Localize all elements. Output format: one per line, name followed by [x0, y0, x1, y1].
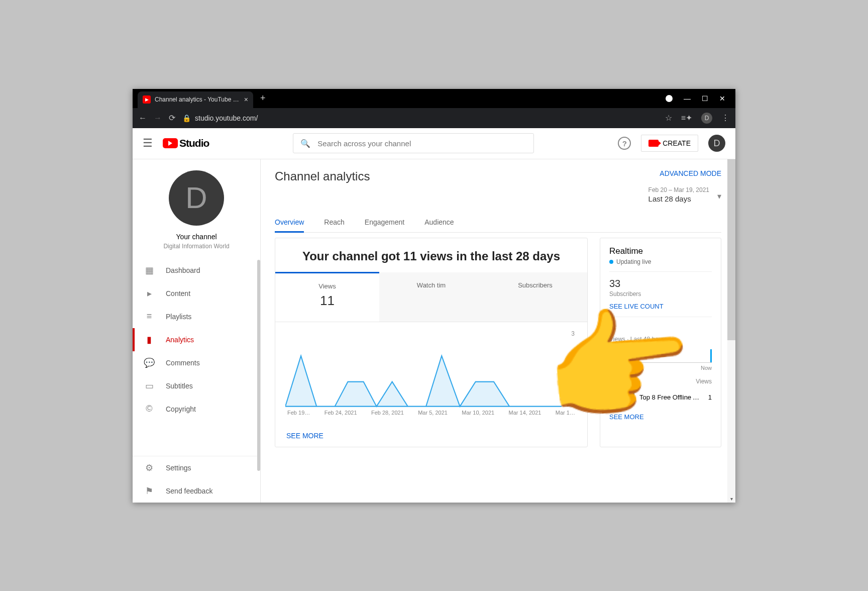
reload-icon[interactable]: ⟳ — [169, 113, 175, 123]
sidebar-item-label: Settings — [166, 464, 191, 472]
advanced-mode-link[interactable]: ADVANCED MODE — [660, 169, 721, 177]
app: ☰ Studio 🔍 ? CREATE D D Your channel — [133, 128, 735, 503]
subscriber-count: 33 — [609, 278, 712, 289]
main-content: Channel analytics ADVANCED MODE Feb 20 –… — [261, 159, 735, 503]
page-title: Channel analytics — [275, 169, 370, 183]
sidebar-item-playlists[interactable]: ≡Playlists — [133, 305, 260, 328]
dashboard-icon: ▦ — [144, 265, 155, 276]
metric-tab-views[interactable]: Views 11 — [275, 272, 379, 322]
headline-text: Your channel got 11 views in the last 28… — [275, 238, 587, 272]
account-avatar[interactable]: D — [708, 135, 725, 152]
svg-text:3: 3 — [571, 330, 575, 337]
chart-x-axis: Feb 19… Feb 24, 2021 Feb 28, 2021 Mar 5,… — [285, 410, 577, 416]
window-controls: — ☐ ✕ — [666, 89, 735, 108]
your-channel-label: Your channel — [176, 233, 216, 241]
sidebar-item-content[interactable]: ▸Content — [133, 282, 260, 305]
create-button[interactable]: CREATE — [641, 135, 698, 152]
studio-logo[interactable]: Studio — [163, 137, 209, 149]
app-header: ☰ Studio 🔍 ? CREATE D — [133, 128, 735, 159]
forward-icon[interactable]: → — [154, 114, 162, 123]
realtime-sparkline — [609, 347, 712, 363]
new-tab-button[interactable]: + — [260, 93, 266, 104]
maximize-icon[interactable]: ☐ — [702, 94, 708, 103]
live-dot-icon — [609, 260, 613, 264]
chevron-down-icon: ▾ — [717, 191, 721, 201]
subtitles-icon: ▭ — [144, 380, 155, 391]
video-views: 1 — [708, 393, 712, 401]
tab-overview[interactable]: Overview — [275, 213, 304, 233]
views-chart: 3 2 1 0 Feb 19… Feb 24, 2021 Feb 28, 202… — [275, 322, 587, 425]
sidebar-item-analytics[interactable]: ▮Analytics — [133, 328, 260, 351]
address-bar: ← → ⟳ 🔒 studio.youtube.com/ ☆ ≡✦ D ⋮ — [133, 108, 735, 128]
sidebar-item-copyright[interactable]: ©Copyright — [133, 398, 260, 421]
sidebar-item-settings[interactable]: ⚙Settings — [133, 456, 260, 479]
tab-engagement[interactable]: Engagement — [365, 213, 404, 232]
close-window-icon[interactable]: ✕ — [719, 94, 725, 103]
sidebar-item-label: Content — [166, 289, 190, 298]
channel-avatar[interactable]: D — [169, 170, 224, 226]
back-icon[interactable]: ← — [139, 114, 147, 123]
tab-reach[interactable]: Reach — [324, 213, 344, 232]
main-scrollbar[interactable]: ▴ ▾ — [727, 159, 735, 503]
realtime-views-label: Views · Last 48 hours — [609, 336, 712, 343]
create-video-icon — [648, 140, 659, 147]
kebab-menu-icon[interactable]: ⋮ — [721, 113, 729, 123]
sidebar-item-dashboard[interactable]: ▦Dashboard — [133, 259, 260, 282]
sidebar-items: ▦Dashboard ▸Content ≡Playlists ▮Analytic… — [133, 259, 260, 456]
hamburger-icon[interactable]: ☰ — [143, 137, 153, 150]
svg-text:0: 0 — [571, 399, 575, 406]
youtube-play-icon — [163, 138, 178, 148]
search-input[interactable] — [317, 139, 526, 148]
sidebar-item-label: Dashboard — [166, 266, 200, 274]
playlists-icon: ≡ — [144, 311, 155, 322]
realtime-axis: -48hNow — [609, 365, 712, 371]
tab-audience[interactable]: Audience — [424, 213, 454, 232]
browser-tab[interactable]: ▶ Channel analytics - YouTube Stud… × — [138, 91, 253, 108]
metric-value: 11 — [280, 293, 374, 309]
sidebar-item-subtitles[interactable]: ▭Subtitles — [133, 374, 260, 398]
sidebar-scrollbar[interactable] — [257, 260, 260, 471]
browser-chrome: ▶ Channel analytics - YouTube Stud… × + … — [133, 89, 735, 128]
see-more-link[interactable]: SEE MORE — [275, 425, 335, 447]
metric-tabs: Views 11 Watch tim Subscribers — [275, 272, 587, 322]
reading-list-icon[interactable]: ≡✦ — [681, 113, 692, 123]
search-box[interactable]: 🔍 — [293, 133, 534, 153]
svg-text:2: 2 — [571, 353, 575, 360]
sidebar-item-label: Send feedback — [166, 487, 212, 495]
help-icon[interactable]: ? — [618, 137, 631, 150]
bookmark-icon[interactable]: ☆ — [665, 113, 672, 123]
top-video-row[interactable]: Top 8 Free Offline A… 1 — [609, 390, 712, 405]
minimize-icon[interactable]: — — [684, 94, 691, 103]
sidebar-item-comments[interactable]: 💬Comments — [133, 351, 260, 374]
tab-title: Channel analytics - YouTube Stud… — [155, 96, 241, 103]
subscriber-label: Subscribers — [609, 290, 712, 298]
profile-badge[interactable]: D — [701, 113, 712, 124]
url-text: studio.youtube.com/ — [195, 114, 258, 122]
realtime-title: Realtime — [609, 246, 712, 256]
video-title: Top 8 Free Offline A… — [639, 393, 703, 401]
close-tab-icon[interactable]: × — [244, 95, 248, 104]
copyright-icon: © — [144, 404, 155, 415]
date-range-selector[interactable]: Feb 20 – Mar 19, 2021 Last 28 days ▾ — [648, 186, 721, 203]
sidebar-item-label: Comments — [166, 359, 200, 367]
metric-tab-watch-time[interactable]: Watch tim — [379, 272, 483, 322]
scroll-down-icon[interactable]: ▾ — [727, 496, 735, 502]
scroll-thumb[interactable] — [727, 159, 735, 340]
content-icon: ▸ — [144, 288, 155, 299]
metric-label: Subscribers — [488, 281, 582, 289]
see-live-count-link[interactable]: SEE LIVE COUNT — [609, 303, 664, 310]
realtime-views-count: 1 — [609, 323, 712, 335]
browser-window: ▶ Channel analytics - YouTube Stud… × + … — [133, 89, 735, 503]
metric-tab-subscribers[interactable]: Subscribers — [483, 272, 587, 322]
channel-name: Digital Information World — [163, 243, 229, 250]
create-label: CREATE — [663, 139, 691, 147]
search-icon: 🔍 — [300, 139, 310, 148]
feedback-icon: ⚑ — [144, 485, 155, 497]
realtime-see-more-link[interactable]: SEE MORE — [609, 413, 644, 421]
line-chart-svg: 3 2 1 0 — [285, 327, 577, 408]
extension-icon[interactable] — [666, 95, 673, 102]
updating-live: Updating live — [609, 258, 712, 265]
sidebar-item-feedback[interactable]: ⚑Send feedback — [133, 479, 260, 503]
sidebar-item-label: Subtitles — [166, 382, 193, 390]
url-field[interactable]: 🔒 studio.youtube.com/ — [182, 114, 658, 122]
